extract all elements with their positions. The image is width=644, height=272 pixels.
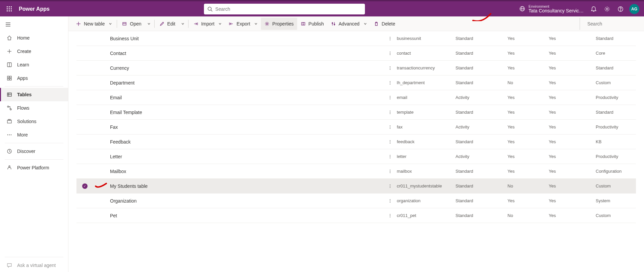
edit-split-chevron[interactable] (179, 18, 187, 30)
nav-home[interactable]: Home (0, 31, 68, 45)
delete-button[interactable]: Delete (370, 18, 398, 30)
global-search[interactable] (204, 4, 365, 14)
import-button[interactable]: Import (190, 18, 225, 30)
table-name-link[interactable]: Currency (93, 65, 383, 71)
table-row[interactable]: ✓ Feedback feedback Standard Yes Yes KB (76, 134, 636, 149)
table-name-link[interactable]: Email (93, 95, 383, 100)
table-name-link[interactable]: Business Unit (93, 36, 383, 41)
table-name-link[interactable]: Pet (93, 213, 383, 218)
table-row[interactable]: ✓ Contact contact Standard Yes Yes Core (76, 46, 636, 61)
table-name-link[interactable]: Feedback (93, 139, 383, 145)
table-row[interactable]: ✓ Business Unit businessunit Standard Ye… (76, 31, 636, 46)
export-button[interactable]: Export (225, 18, 261, 30)
help-icon[interactable] (614, 2, 627, 16)
edit-button[interactable]: Edit (156, 18, 179, 30)
nav-power-platform[interactable]: Power Platform (0, 161, 68, 174)
svg-point-80 (390, 143, 390, 143)
table-type: Standard (455, 213, 507, 218)
properties-button[interactable]: Properties (261, 18, 297, 30)
svg-point-66 (390, 81, 390, 81)
nav-tables[interactable]: Tables (0, 88, 68, 101)
table-search-input[interactable] (587, 21, 644, 26)
table-row[interactable]: ✓ Mailbox mailbox Standard Yes Yes Confi… (76, 164, 636, 179)
table-name-link[interactable]: Email Template (93, 110, 383, 115)
table-name-link[interactable]: Fax (93, 124, 383, 130)
environment-switcher[interactable]: Environment Tata Consultancy Servic… (519, 4, 584, 13)
nav-ask-agent[interactable]: Ask a virtual agent (0, 259, 68, 272)
schema-name: feedback (397, 139, 455, 144)
row-more-icon[interactable] (383, 184, 397, 188)
schema-name: letter (397, 154, 455, 159)
chevron-down-icon (109, 22, 112, 25)
table-row[interactable]: ✓ Fax fax Activity Yes Yes Productivity (76, 120, 636, 134)
command-bar: New table Open Edit Import (68, 16, 644, 31)
table-row[interactable]: ✓ Currency transactioncurrency Standard … (76, 61, 636, 75)
svg-point-37 (9, 134, 10, 135)
publish-button[interactable]: Publish (297, 18, 327, 30)
svg-point-78 (390, 140, 390, 141)
button-label: Advanced (339, 21, 360, 26)
button-label: Edit (167, 21, 175, 26)
waffle-icon[interactable] (3, 2, 16, 16)
row-more-icon[interactable] (383, 36, 397, 41)
nav-flows[interactable]: Flows (0, 101, 68, 115)
nav-learn[interactable]: Learn (0, 58, 68, 71)
nav-more[interactable]: More (0, 128, 68, 142)
col-managed: Yes (507, 154, 549, 159)
row-more-icon[interactable] (383, 95, 397, 100)
open-button[interactable]: Open (118, 18, 145, 30)
advanced-button[interactable]: Advanced (327, 18, 370, 30)
table-row[interactable]: ✓ Letter letter Activity Yes Yes Product… (76, 149, 636, 164)
table-row[interactable]: ✓ Organization organization Standard Yes… (76, 194, 636, 208)
table-name-link[interactable]: Department (93, 80, 383, 86)
import-icon (193, 21, 199, 26)
row-more-icon[interactable] (383, 154, 397, 159)
table-row[interactable]: ✓ Department lh_department Standard No Y… (76, 75, 636, 90)
nav-create[interactable]: Create (0, 45, 68, 58)
table-name-link[interactable]: Mailbox (93, 169, 383, 174)
table-name-link[interactable]: Organization (93, 198, 383, 204)
col-category: Standard (596, 65, 636, 70)
new-table-button[interactable]: New table (72, 18, 115, 30)
row-checkbox[interactable]: ✓ (76, 183, 93, 189)
settings-icon[interactable] (600, 2, 614, 16)
col-customizable: Yes (549, 198, 596, 203)
svg-point-58 (390, 38, 390, 39)
row-more-icon[interactable] (383, 110, 397, 115)
col-managed: Yes (507, 124, 549, 129)
nav-discover[interactable]: Discover (0, 145, 68, 158)
table-row[interactable]: ✓ Email email Activity Yes Yes Productiv… (76, 90, 636, 105)
nav-apps[interactable]: Apps (0, 71, 68, 85)
row-more-icon[interactable] (383, 51, 397, 56)
col-customizable: Yes (549, 80, 596, 85)
row-more-icon[interactable] (383, 199, 397, 203)
svg-point-61 (390, 53, 390, 53)
table-type: Standard (455, 183, 507, 188)
table-row[interactable]: ✓ Pet cr011_pet Standard No Yes Custom (76, 208, 636, 223)
notifications-icon[interactable] (587, 2, 600, 16)
table-row[interactable]: ✓ Email Template template Standard Yes Y… (76, 105, 636, 120)
row-more-icon[interactable] (383, 213, 397, 218)
col-managed: Yes (507, 95, 549, 100)
app-header: Power Apps Environment Tata Consultancy … (0, 0, 644, 16)
row-more-icon[interactable] (383, 125, 397, 129)
open-split-chevron[interactable] (145, 18, 153, 30)
table-row[interactable]: ✓ My Students table cr011_mystudentstabl… (76, 179, 636, 194)
row-more-icon[interactable] (383, 80, 397, 85)
row-more-icon[interactable] (383, 66, 397, 70)
table-search[interactable] (580, 18, 640, 30)
col-customizable: Yes (549, 51, 596, 56)
user-avatar[interactable]: AG (629, 4, 639, 14)
col-category: Custom (596, 80, 636, 85)
svg-point-77 (390, 128, 390, 128)
table-name-link[interactable]: My Students table (93, 183, 383, 189)
global-search-input[interactable] (215, 6, 362, 12)
table-name-link[interactable]: Contact (93, 51, 383, 56)
schema-name: mailbox (397, 169, 455, 174)
table-name-link[interactable]: Letter (93, 154, 383, 159)
svg-point-69 (390, 96, 390, 96)
nav-solutions[interactable]: Solutions (0, 115, 68, 128)
nav-collapse-icon[interactable] (0, 18, 68, 31)
row-more-icon[interactable] (383, 169, 397, 174)
row-more-icon[interactable] (383, 140, 397, 144)
